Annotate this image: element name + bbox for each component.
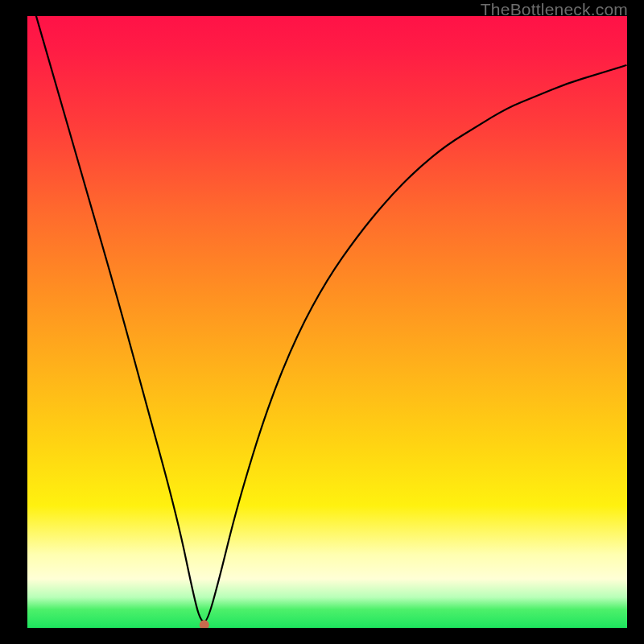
curve-svg bbox=[27, 16, 627, 628]
watermark-text: TheBottleneck.com bbox=[481, 0, 628, 19]
chart-frame: TheBottleneck.com bbox=[0, 0, 644, 644]
bottleneck-curve bbox=[27, 16, 627, 621]
plot-area bbox=[27, 16, 627, 628]
optimum-marker bbox=[200, 620, 209, 628]
